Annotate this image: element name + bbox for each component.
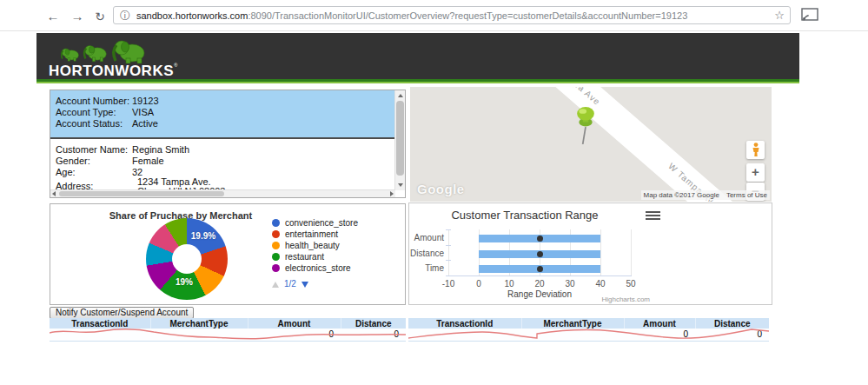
header-accent-bar (36, 79, 799, 83)
cell-amount: 0 (624, 329, 695, 341)
col-header-transactionid: TransactionId (50, 318, 150, 329)
account-type-value: VISA (132, 107, 154, 117)
y-axis-tick (446, 275, 451, 276)
legend-page-indicator: 1/2 (284, 279, 296, 289)
col-header-merchanttype: MerchantType (150, 318, 248, 329)
legend-item-electronics-store: electronics_store (272, 262, 358, 274)
address-bar[interactable]: ⓘ sandbox.hortonworks.com:8090/Transacti… (113, 6, 791, 24)
value-dot-time[interactable] (537, 266, 543, 272)
x-tick-30: 30 (557, 279, 583, 289)
account-number-value: 19123 (132, 96, 159, 106)
legend-swatch-icon (272, 219, 280, 227)
account-type-row: Account Type:VISA (56, 107, 154, 117)
col-header-amount: Amount (248, 318, 341, 329)
url-host: sandbox.hortonworks.com (136, 10, 248, 21)
zoom-in-button[interactable]: + (746, 163, 765, 182)
scroll-up-icon[interactable] (398, 94, 403, 97)
cell-merchanttype (150, 329, 248, 341)
y-axis-tick (446, 260, 451, 261)
legend-page-down-icon[interactable] (301, 282, 308, 288)
col-header-transactionid: TransactionId (408, 318, 521, 329)
cast-icon[interactable] (801, 8, 818, 22)
legend-swatch-icon (272, 264, 280, 272)
vertical-scrollbar[interactable] (394, 90, 405, 190)
table-row[interactable]: 0 0 (50, 329, 406, 341)
customer-name-label: Customer Name: (56, 144, 132, 155)
legend-label: restaurant (285, 252, 324, 262)
legend-swatch-icon (272, 253, 280, 261)
scroll-down-icon[interactable] (398, 183, 403, 187)
street-view-pegman[interactable] (746, 141, 765, 159)
map-pushpin-marker[interactable] (571, 106, 600, 149)
slice-value-restaurant: 19% (165, 277, 203, 287)
pie-legend: convenience_store entertainment health_b… (272, 217, 358, 274)
x-axis-title: Range Deviation (474, 289, 605, 299)
account-number-label: Account Number: (56, 96, 132, 106)
table-header-row: TransactionId MerchantType Amount Distan… (408, 318, 769, 329)
google-map[interactable]: W Tampa Ave W Tampa Ave + − Google Map d… (410, 87, 772, 202)
cell-transactionid (408, 329, 521, 341)
app-root: ← → ↻ ⓘ sandbox.hortonworks.com:8090/Tra… (0, 0, 868, 385)
gridline (631, 229, 632, 275)
age-row: Age:32 (56, 167, 142, 177)
bookmark-star-icon[interactable]: ☆ (774, 9, 785, 22)
legend-label: electronics_store (285, 263, 351, 273)
legend-swatch-icon (272, 230, 280, 238)
col-header-merchanttype: MerchantType (521, 318, 624, 329)
x-tick-10: 10 (496, 279, 522, 289)
category-label-time: Time (409, 263, 444, 273)
scroll-left-icon[interactable] (52, 191, 56, 196)
google-logo: Google (417, 182, 465, 196)
col-header-distance: Distance (695, 318, 769, 329)
back-icon[interactable]: ← (43, 7, 63, 26)
table-row[interactable]: 0 0 (408, 329, 769, 341)
legend-label: health_beauty (285, 241, 340, 250)
legend-label: convenience_store (285, 218, 358, 228)
gridline (448, 229, 449, 275)
legend-item-health-beauty: health_beauty (272, 240, 358, 251)
transactions-table-right: TransactionId MerchantType Amount Distan… (408, 318, 769, 342)
scroll-right-icon[interactable] (390, 191, 394, 196)
reload-icon[interactable]: ↻ (90, 7, 109, 26)
vertical-scroll-thumb[interactable] (396, 101, 404, 176)
x-tick-20: 20 (527, 279, 553, 289)
col-header-distance: Distance (341, 318, 406, 329)
horizontal-scrollbar[interactable] (50, 189, 395, 197)
panel-divider (50, 137, 394, 139)
forward-icon[interactable]: → (68, 7, 87, 26)
notify-suspend-button[interactable]: Notify Customer/Suspend Account (50, 307, 194, 319)
legend-item-entertainment: entertainment (272, 229, 358, 240)
account-status-row: Account Status:Active (56, 118, 158, 129)
gender-row: Gender:Female (56, 156, 164, 166)
legend-item-convenience-store: convenience_store (272, 217, 358, 229)
page-info-icon[interactable]: ⓘ (120, 9, 130, 23)
customer-name-row: Customer Name:Regina Smith (56, 144, 189, 155)
cell-transactionid (50, 329, 150, 341)
y-axis-tick (446, 245, 451, 246)
x-tick-50: 50 (618, 279, 644, 289)
horizontal-scroll-thumb[interactable] (59, 191, 224, 196)
account-info-panel: Account Number:19123 Account Type:VISA A… (50, 90, 406, 198)
highcharts-credit[interactable]: Highcharts.com (601, 295, 650, 303)
url-path: :8090/TransactionMonitorUI/CustomerOverv… (248, 10, 687, 21)
hortonworks-logo: HORTONWORKS® (49, 36, 179, 77)
col-header-amount: Amount (624, 318, 695, 329)
range-chart-title: Customer Transaction Range (409, 209, 640, 222)
legend-page-up-icon[interactable] (272, 282, 279, 288)
value-dot-amount[interactable] (537, 236, 543, 242)
url-text: sandbox.hortonworks.com:8090/Transaction… (136, 10, 762, 21)
legend-swatch-icon (272, 242, 280, 249)
customer-name-value: Regina Smith (132, 144, 189, 155)
value-dot-distance[interactable] (537, 251, 543, 257)
account-status-label: Account Status: (56, 118, 132, 129)
gender-label: Gender: (56, 156, 132, 166)
cell-merchanttype (521, 329, 624, 341)
brand-text: HORTONWORKS (49, 63, 174, 79)
terms-of-use-link[interactable]: Terms of Use (726, 191, 767, 199)
map-road: W Tampa Ave W Tampa Ave (495, 87, 772, 202)
map-data-credit: Map data ©2017 Google (644, 191, 719, 199)
chart-menu-icon[interactable] (646, 211, 660, 222)
donut-hole (172, 244, 202, 274)
app-header: HORTONWORKS® (36, 33, 799, 79)
slice-value-convenience: 19.9% (184, 231, 222, 241)
